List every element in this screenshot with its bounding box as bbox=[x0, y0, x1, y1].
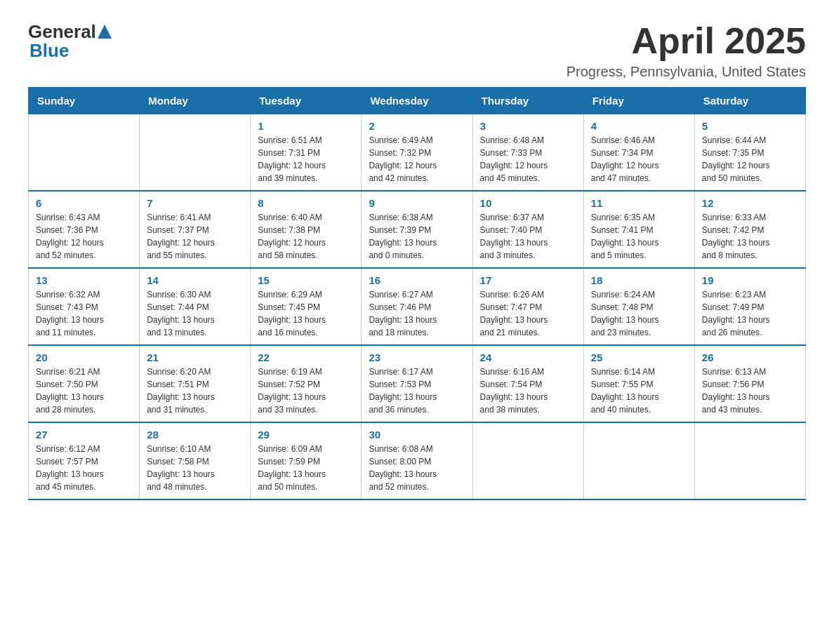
calendar-cell: 23Sunrise: 6:17 AM Sunset: 7:53 PM Dayli… bbox=[362, 345, 472, 422]
day-number: 20 bbox=[36, 351, 132, 363]
calendar-cell bbox=[29, 114, 140, 192]
calendar-cell: 22Sunrise: 6:19 AM Sunset: 7:52 PM Dayli… bbox=[251, 345, 362, 422]
day-number: 7 bbox=[147, 197, 243, 209]
day-info: Sunrise: 6:20 AM Sunset: 7:51 PM Dayligh… bbox=[147, 365, 243, 416]
page-title: April 2025 bbox=[567, 21, 806, 61]
day-info: Sunrise: 6:29 AM Sunset: 7:45 PM Dayligh… bbox=[258, 288, 354, 339]
day-number: 17 bbox=[480, 274, 576, 286]
calendar-week-row: 1Sunrise: 6:51 AM Sunset: 7:31 PM Daylig… bbox=[29, 114, 806, 192]
day-info: Sunrise: 6:37 AM Sunset: 7:40 PM Dayligh… bbox=[480, 211, 576, 262]
day-info: Sunrise: 6:23 AM Sunset: 7:49 PM Dayligh… bbox=[702, 288, 798, 339]
calendar-header-monday: Monday bbox=[140, 88, 251, 114]
day-number: 6 bbox=[36, 197, 132, 209]
svg-marker-0 bbox=[98, 25, 112, 39]
calendar-cell: 5Sunrise: 6:44 AM Sunset: 7:35 PM Daylig… bbox=[694, 114, 805, 192]
calendar-cell: 16Sunrise: 6:27 AM Sunset: 7:46 PM Dayli… bbox=[362, 268, 472, 345]
day-info: Sunrise: 6:21 AM Sunset: 7:50 PM Dayligh… bbox=[36, 365, 132, 416]
day-number: 18 bbox=[591, 274, 687, 286]
calendar-cell: 13Sunrise: 6:32 AM Sunset: 7:43 PM Dayli… bbox=[29, 268, 140, 345]
day-number: 15 bbox=[258, 274, 354, 286]
day-info: Sunrise: 6:38 AM Sunset: 7:39 PM Dayligh… bbox=[369, 211, 465, 262]
calendar-cell: 27Sunrise: 6:12 AM Sunset: 7:57 PM Dayli… bbox=[29, 422, 140, 499]
header: General Blue April 2025 Progress, Pennsy… bbox=[28, 21, 806, 80]
calendar-cell: 24Sunrise: 6:16 AM Sunset: 7:54 PM Dayli… bbox=[472, 345, 583, 422]
day-info: Sunrise: 6:17 AM Sunset: 7:53 PM Dayligh… bbox=[369, 365, 465, 416]
calendar-header-thursday: Thursday bbox=[472, 88, 583, 114]
calendar-cell: 28Sunrise: 6:10 AM Sunset: 7:58 PM Dayli… bbox=[140, 422, 251, 499]
calendar-header-sunday: Sunday bbox=[29, 88, 140, 114]
day-number: 14 bbox=[147, 274, 243, 286]
calendar-cell: 17Sunrise: 6:26 AM Sunset: 7:47 PM Dayli… bbox=[472, 268, 583, 345]
day-info: Sunrise: 6:26 AM Sunset: 7:47 PM Dayligh… bbox=[480, 288, 576, 339]
calendar-cell bbox=[140, 114, 251, 192]
day-info: Sunrise: 6:19 AM Sunset: 7:52 PM Dayligh… bbox=[258, 365, 354, 416]
day-number: 13 bbox=[36, 274, 132, 286]
calendar-cell: 11Sunrise: 6:35 AM Sunset: 7:41 PM Dayli… bbox=[583, 191, 694, 268]
calendar-cell: 29Sunrise: 6:09 AM Sunset: 7:59 PM Dayli… bbox=[251, 422, 362, 499]
day-number: 8 bbox=[258, 197, 354, 209]
calendar-cell: 19Sunrise: 6:23 AM Sunset: 7:49 PM Dayli… bbox=[694, 268, 805, 345]
day-number: 25 bbox=[591, 351, 687, 363]
day-number: 5 bbox=[702, 120, 798, 132]
day-info: Sunrise: 6:13 AM Sunset: 7:56 PM Dayligh… bbox=[702, 365, 798, 416]
day-info: Sunrise: 6:16 AM Sunset: 7:54 PM Dayligh… bbox=[480, 365, 576, 416]
day-number: 29 bbox=[258, 429, 354, 441]
calendar-cell: 14Sunrise: 6:30 AM Sunset: 7:44 PM Dayli… bbox=[140, 268, 251, 345]
calendar-header-friday: Friday bbox=[583, 88, 694, 114]
calendar-header-saturday: Saturday bbox=[694, 88, 805, 114]
logo: General Blue bbox=[28, 21, 112, 62]
day-number: 11 bbox=[591, 197, 687, 209]
day-number: 2 bbox=[369, 120, 465, 132]
calendar-cell: 7Sunrise: 6:41 AM Sunset: 7:37 PM Daylig… bbox=[140, 191, 251, 268]
day-number: 16 bbox=[369, 274, 465, 286]
calendar-cell: 9Sunrise: 6:38 AM Sunset: 7:39 PM Daylig… bbox=[362, 191, 472, 268]
calendar-cell bbox=[472, 422, 583, 499]
day-number: 19 bbox=[702, 274, 798, 286]
day-number: 21 bbox=[147, 351, 243, 363]
day-number: 1 bbox=[258, 120, 354, 132]
calendar-cell: 21Sunrise: 6:20 AM Sunset: 7:51 PM Dayli… bbox=[140, 345, 251, 422]
day-info: Sunrise: 6:40 AM Sunset: 7:38 PM Dayligh… bbox=[258, 211, 354, 262]
calendar-cell: 30Sunrise: 6:08 AM Sunset: 8:00 PM Dayli… bbox=[362, 422, 472, 499]
logo-blue-text: Blue bbox=[29, 40, 69, 61]
day-info: Sunrise: 6:10 AM Sunset: 7:58 PM Dayligh… bbox=[147, 443, 243, 493]
calendar-cell: 3Sunrise: 6:48 AM Sunset: 7:33 PM Daylig… bbox=[472, 114, 583, 192]
day-info: Sunrise: 6:08 AM Sunset: 8:00 PM Dayligh… bbox=[369, 443, 465, 493]
calendar-header-tuesday: Tuesday bbox=[251, 88, 362, 114]
calendar-week-row: 27Sunrise: 6:12 AM Sunset: 7:57 PM Dayli… bbox=[29, 422, 806, 499]
day-info: Sunrise: 6:44 AM Sunset: 7:35 PM Dayligh… bbox=[702, 134, 798, 185]
day-info: Sunrise: 6:41 AM Sunset: 7:37 PM Dayligh… bbox=[147, 211, 243, 262]
day-info: Sunrise: 6:27 AM Sunset: 7:46 PM Dayligh… bbox=[369, 288, 465, 339]
calendar-cell bbox=[694, 422, 805, 499]
page-subtitle: Progress, Pennsylvania, United States bbox=[567, 64, 806, 80]
calendar-header-row: SundayMondayTuesdayWednesdayThursdayFrid… bbox=[29, 88, 806, 114]
calendar-cell: 1Sunrise: 6:51 AM Sunset: 7:31 PM Daylig… bbox=[251, 114, 362, 192]
day-info: Sunrise: 6:43 AM Sunset: 7:36 PM Dayligh… bbox=[36, 211, 132, 262]
day-info: Sunrise: 6:09 AM Sunset: 7:59 PM Dayligh… bbox=[258, 443, 354, 493]
calendar-cell: 20Sunrise: 6:21 AM Sunset: 7:50 PM Dayli… bbox=[29, 345, 140, 422]
calendar-cell: 8Sunrise: 6:40 AM Sunset: 7:38 PM Daylig… bbox=[251, 191, 362, 268]
day-info: Sunrise: 6:46 AM Sunset: 7:34 PM Dayligh… bbox=[591, 134, 687, 185]
calendar-cell: 25Sunrise: 6:14 AM Sunset: 7:55 PM Dayli… bbox=[583, 345, 694, 422]
day-number: 3 bbox=[480, 120, 576, 132]
calendar-cell: 12Sunrise: 6:33 AM Sunset: 7:42 PM Dayli… bbox=[694, 191, 805, 268]
calendar-cell: 18Sunrise: 6:24 AM Sunset: 7:48 PM Dayli… bbox=[583, 268, 694, 345]
day-number: 12 bbox=[702, 197, 798, 209]
day-number: 26 bbox=[702, 351, 798, 363]
day-info: Sunrise: 6:33 AM Sunset: 7:42 PM Dayligh… bbox=[702, 211, 798, 262]
calendar-cell: 26Sunrise: 6:13 AM Sunset: 7:56 PM Dayli… bbox=[694, 345, 805, 422]
day-number: 30 bbox=[369, 429, 465, 441]
day-info: Sunrise: 6:48 AM Sunset: 7:33 PM Dayligh… bbox=[480, 134, 576, 185]
calendar-cell bbox=[583, 422, 694, 499]
logo-triangle-icon bbox=[98, 25, 112, 40]
title-block: April 2025 Progress, Pennsylvania, Unite… bbox=[567, 21, 806, 80]
day-number: 23 bbox=[369, 351, 465, 363]
day-info: Sunrise: 6:12 AM Sunset: 7:57 PM Dayligh… bbox=[36, 443, 132, 493]
calendar-cell: 10Sunrise: 6:37 AM Sunset: 7:40 PM Dayli… bbox=[472, 191, 583, 268]
calendar-week-row: 6Sunrise: 6:43 AM Sunset: 7:36 PM Daylig… bbox=[29, 191, 806, 268]
day-info: Sunrise: 6:32 AM Sunset: 7:43 PM Dayligh… bbox=[36, 288, 132, 339]
calendar-header-wednesday: Wednesday bbox=[362, 88, 472, 114]
calendar-week-row: 13Sunrise: 6:32 AM Sunset: 7:43 PM Dayli… bbox=[29, 268, 806, 345]
day-number: 9 bbox=[369, 197, 465, 209]
day-number: 10 bbox=[480, 197, 576, 209]
